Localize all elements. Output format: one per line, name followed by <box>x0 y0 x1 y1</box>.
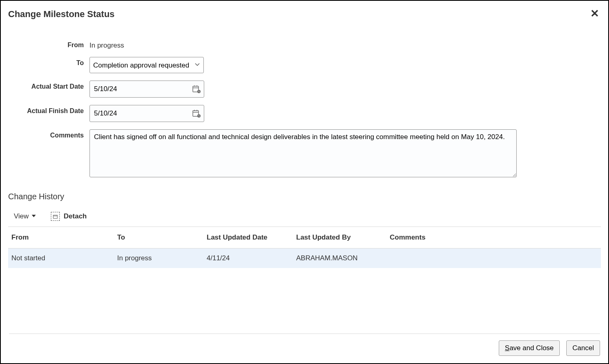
history-toolbar: View Detach <box>8 212 601 227</box>
dialog-title: Change Milestone Status <box>8 9 601 20</box>
detach-button[interactable]: Detach <box>51 212 87 221</box>
to-label: To <box>16 57 89 67</box>
svg-rect-14 <box>53 215 57 218</box>
from-row: From In progress <box>16 39 601 50</box>
detach-icon <box>51 212 60 221</box>
cell-comments <box>386 248 601 268</box>
to-row: To Completion approval requested <box>16 57 601 73</box>
actual-start-date-input[interactable] <box>93 85 192 94</box>
view-menu[interactable]: View <box>14 212 36 220</box>
calendar-icon[interactable] <box>192 84 201 94</box>
close-icon[interactable]: ✕ <box>590 8 599 19</box>
table-row[interactable]: Not started In progress 4/11/24 ABRAHAM.… <box>8 248 601 268</box>
dialog-footer: Save and Close Cancel <box>9 333 600 356</box>
cell-updated-date: 4/11/24 <box>203 248 293 268</box>
comments-textarea[interactable] <box>89 129 517 177</box>
col-updated-by[interactable]: Last Updated By <box>293 227 386 248</box>
triangle-down-icon <box>31 212 36 220</box>
calendar-icon[interactable] <box>192 109 201 118</box>
cancel-button[interactable]: Cancel <box>566 340 600 356</box>
from-value: In progress <box>89 39 124 50</box>
actual-finish-date-input[interactable] <box>93 109 192 118</box>
col-from[interactable]: From <box>8 227 114 248</box>
form-section: From In progress To Completion approval … <box>16 39 601 177</box>
detach-label: Detach <box>64 212 87 220</box>
start-date-row: Actual Start Date <box>16 81 601 98</box>
col-to[interactable]: To <box>114 227 203 248</box>
to-select[interactable]: Completion approval requested <box>89 57 204 73</box>
from-label: From <box>16 39 89 49</box>
comments-row: Comments <box>16 129 601 177</box>
view-menu-label: View <box>14 212 29 220</box>
change-history-section: Change History View Detach From <box>8 192 601 268</box>
start-date-label: Actual Start Date <box>16 81 89 90</box>
cell-updated-by: ABRAHAM.MASON <box>293 248 386 268</box>
col-updated-date[interactable]: Last Updated Date <box>203 227 293 248</box>
col-comments[interactable]: Comments <box>386 227 601 248</box>
change-history-title: Change History <box>8 192 601 201</box>
save-and-close-button[interactable]: Save and Close <box>499 340 560 356</box>
finish-date-label: Actual Finish Date <box>16 105 89 115</box>
comments-label: Comments <box>16 129 89 139</box>
change-milestone-status-dialog: Change Milestone Status ✕ From In progre… <box>0 0 609 364</box>
cell-from: Not started <box>8 248 114 268</box>
finish-date-row: Actual Finish Date <box>16 105 601 122</box>
cell-to: In progress <box>114 248 203 268</box>
history-table: From To Last Updated Date Last Updated B… <box>8 227 601 268</box>
